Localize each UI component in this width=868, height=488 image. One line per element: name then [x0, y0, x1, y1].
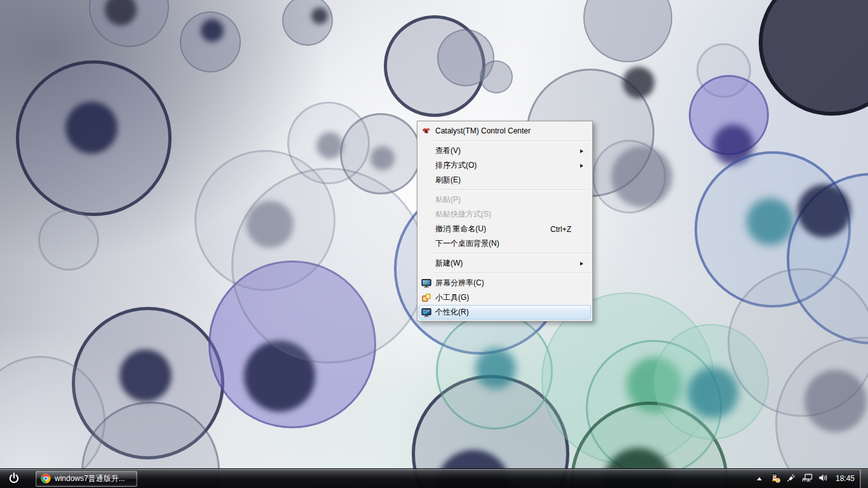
wallpaper-bubble	[119, 349, 172, 402]
wallpaper-bubble	[592, 140, 666, 214]
wallpaper-bubble	[480, 60, 513, 93]
chrome-icon	[41, 473, 51, 484]
submenu-arrow-icon	[580, 262, 590, 266]
menu-item-paste: 粘贴(P)	[419, 193, 591, 207]
menu-item-gadgets[interactable]: 小工具(G)	[419, 290, 591, 305]
power-icon	[8, 471, 20, 486]
wallpaper-bubble	[475, 348, 516, 389]
menu-item-label: Catalyst(TM) Control Center	[433, 126, 580, 135]
wallpaper-bubble	[804, 370, 867, 432]
network-icon	[802, 473, 813, 485]
taskbar-task-label: windows7普通版升...	[55, 473, 132, 484]
up-arrow-icon	[757, 477, 762, 480]
menu-item-view[interactable]: 查看(V)	[419, 144, 591, 158]
wallpaper-bubble	[747, 198, 794, 245]
menu-item-refresh[interactable]: 刷新(E)	[419, 173, 591, 187]
safely-remove-hardware-tray-button[interactable]	[783, 469, 799, 488]
network-tray-button[interactable]	[799, 469, 815, 488]
wallpaper-bubble	[201, 19, 224, 42]
submenu-arrow-icon	[580, 164, 590, 168]
wallpaper-bubble	[797, 184, 851, 238]
system-tray: 18:45	[751, 469, 868, 488]
menu-item-personalize[interactable]: 个性化(R)	[419, 305, 591, 320]
qq-tray-button[interactable]	[768, 469, 783, 488]
menu-item-new[interactable]: 新建(W)	[419, 256, 591, 271]
taskbar-task-button[interactable]: windows7普通版升...	[36, 471, 137, 487]
menu-item-label: 新建(W)	[433, 258, 580, 269]
volume-tray-button[interactable]	[815, 469, 831, 488]
safely-remove-icon	[786, 473, 796, 485]
menu-item-screen-resolution[interactable]: 屏幕分辨率(C)	[419, 276, 591, 290]
wallpaper-bubble	[38, 210, 99, 271]
menu-item-label: 撤消 重命名(U)	[433, 224, 550, 234]
wallpaper-bubble	[623, 67, 654, 98]
desktop-context-menu: Catalyst(TM) Control Center查看(V)排序方式(O)刷…	[417, 121, 593, 322]
catalyst-icon	[419, 126, 433, 136]
personalize-icon	[419, 308, 433, 318]
menu-item-paste-shortcut: 粘贴快捷方式(S)	[419, 207, 591, 222]
menu-item-sort-by[interactable]: 排序方式(O)	[419, 158, 591, 173]
menu-item-next-desktop-background[interactable]: 下一个桌面背景(N)	[419, 236, 591, 251]
menu-item-label: 刷新(E)	[433, 175, 580, 186]
wallpaper-bubble	[583, 0, 672, 62]
wallpaper-bubble	[688, 367, 738, 418]
taskbar: windows7普通版升...	[0, 468, 868, 488]
menu-separator	[434, 253, 590, 254]
wallpaper-bubble	[65, 102, 118, 154]
menu-separator	[434, 189, 590, 191]
screen-resolution-icon	[419, 278, 433, 288]
menu-item-undo-rename[interactable]: 撤消 重命名(U)Ctrl+Z	[419, 222, 591, 236]
menu-item-label: 排序方式(O)	[433, 160, 580, 171]
wallpaper-bubble	[759, 0, 868, 116]
gadgets-icon	[419, 293, 433, 303]
taskbar-task-list: windows7普通版升...	[28, 469, 137, 488]
menu-item-label: 小工具(G)	[433, 292, 580, 303]
menu-item-shortcut: Ctrl+Z	[550, 225, 571, 234]
wallpaper-bubble	[282, 0, 333, 46]
menu-separator	[434, 140, 590, 142]
taskbar-clock[interactable]: 18:45	[831, 474, 860, 483]
show-hidden-icons-button[interactable]	[751, 469, 768, 488]
menu-item-label: 个性化(R)	[433, 307, 580, 318]
menu-separator	[434, 273, 590, 274]
menu-item-label: 查看(V)	[433, 146, 580, 156]
menu-item-label: 下一个桌面背景(N)	[433, 238, 580, 249]
menu-item-label: 粘贴(P)	[433, 194, 580, 205]
volume-icon	[818, 473, 828, 485]
start-button[interactable]	[0, 469, 28, 488]
show-desktop-button[interactable]	[860, 469, 868, 488]
menu-item-label: 粘贴快捷方式(S)	[433, 209, 580, 220]
menu-item-catalyst[interactable]: Catalyst(TM) Control Center	[419, 123, 591, 139]
menu-item-label: 屏幕分辨率(C)	[433, 278, 580, 288]
qq-icon	[770, 472, 781, 485]
wallpaper-bubble	[370, 146, 395, 170]
submenu-arrow-icon	[580, 149, 590, 153]
wallpaper-bubble	[316, 132, 343, 159]
wallpaper-bubble	[311, 8, 328, 24]
desktop[interactable]: Catalyst(TM) Control Center查看(V)排序方式(O)刷…	[0, 0, 868, 488]
